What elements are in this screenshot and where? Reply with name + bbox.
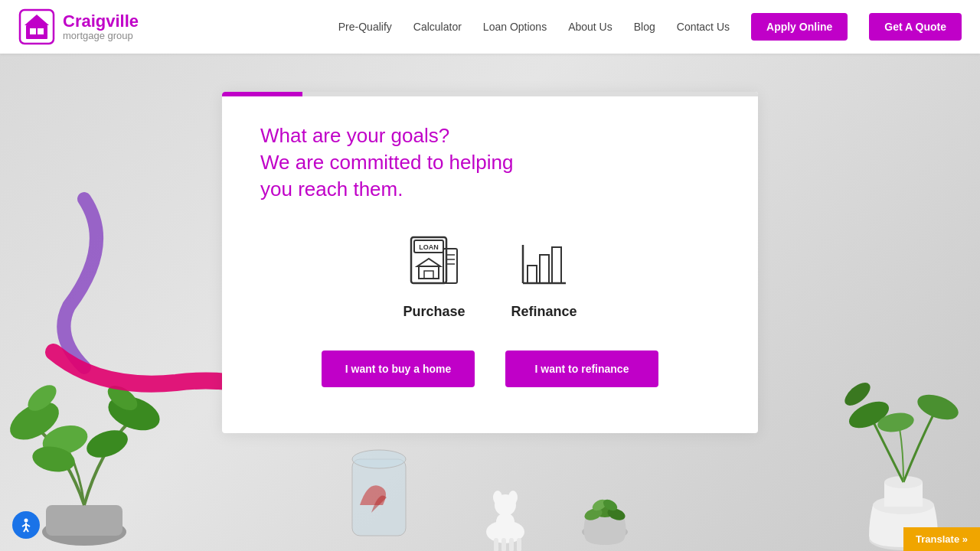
option-purchase: LOAN Purchase [403, 233, 465, 320]
svg-rect-44 [419, 266, 439, 279]
svg-point-24 [508, 491, 518, 504]
accessibility-button[interactable] [12, 511, 40, 539]
loan-purchase-icon: LOAN [403, 233, 465, 295]
svg-point-6 [83, 425, 132, 462]
svg-rect-38 [30, 28, 36, 34]
desk-items [260, 413, 720, 551]
buy-home-button[interactable]: I want to buy a home [322, 350, 475, 387]
svg-rect-25 [494, 538, 498, 551]
nav-pre-qualify[interactable]: Pre-Qualify [338, 21, 392, 33]
translate-button[interactable]: Translate » [903, 527, 980, 551]
svg-rect-28 [517, 538, 521, 551]
logo-sub: mortgage group [63, 31, 139, 41]
svg-rect-37 [26, 25, 47, 39]
main-nav: Pre-Qualify Calculator Loan Options Abou… [338, 13, 962, 41]
svg-point-19 [352, 450, 406, 468]
nav-about-us[interactable]: About Us [568, 21, 612, 33]
heading-line3: you reach them. [260, 178, 403, 201]
svg-point-55 [24, 519, 28, 523]
svg-rect-53 [540, 255, 549, 283]
svg-rect-27 [509, 538, 514, 551]
svg-rect-45 [424, 271, 433, 279]
refinance-label: Refinance [511, 304, 577, 320]
purchase-label: Purchase [403, 304, 465, 320]
svg-text:LOAN: LOAN [419, 243, 439, 251]
option-refinance: Refinance [511, 233, 577, 320]
logo-name: Craigville [63, 12, 139, 31]
nav-blog[interactable]: Blog [634, 21, 655, 33]
progress-bar-container [222, 92, 758, 96]
svg-rect-21 [496, 513, 514, 536]
svg-marker-43 [417, 259, 440, 266]
svg-point-14 [914, 390, 962, 424]
svg-line-60 [26, 528, 28, 532]
buttons-row: I want to buy a home I want to refinance [260, 350, 720, 387]
svg-rect-52 [528, 266, 537, 283]
svg-rect-46 [443, 249, 457, 283]
svg-marker-36 [24, 15, 49, 25]
svg-rect-39 [38, 28, 44, 34]
svg-rect-1 [46, 505, 122, 536]
apply-online-button[interactable]: Apply Online [751, 13, 848, 41]
logo-icon [18, 8, 55, 45]
nav-calculator[interactable]: Calculator [413, 21, 462, 33]
refinance-icon [514, 233, 575, 295]
progress-bar-fill [222, 92, 302, 96]
heading-line1: What are your goals? [260, 124, 449, 147]
main-card: What are your goals? We are committed to… [222, 92, 758, 433]
get-quote-button[interactable]: Get A Quote [869, 13, 962, 41]
accessibility-icon [18, 517, 34, 533]
logo-text: Craigville mortgage group [63, 12, 139, 41]
svg-rect-54 [552, 247, 561, 283]
plant-right [827, 352, 980, 551]
card-heading: What are your goals? We are committed to… [260, 122, 720, 203]
options-row: LOAN Purchase [260, 233, 720, 320]
nav-contact-us[interactable]: Contact Us [677, 21, 730, 33]
heading-line2: We are committed to helping [260, 151, 513, 174]
svg-rect-26 [501, 538, 506, 551]
nav-loan-options[interactable]: Loan Options [483, 21, 547, 33]
header: Craigville mortgage group Pre-Qualify Ca… [0, 0, 980, 54]
logo[interactable]: Craigville mortgage group [18, 8, 139, 45]
svg-point-23 [493, 491, 502, 504]
refinance-button[interactable]: I want to refinance [505, 350, 658, 387]
